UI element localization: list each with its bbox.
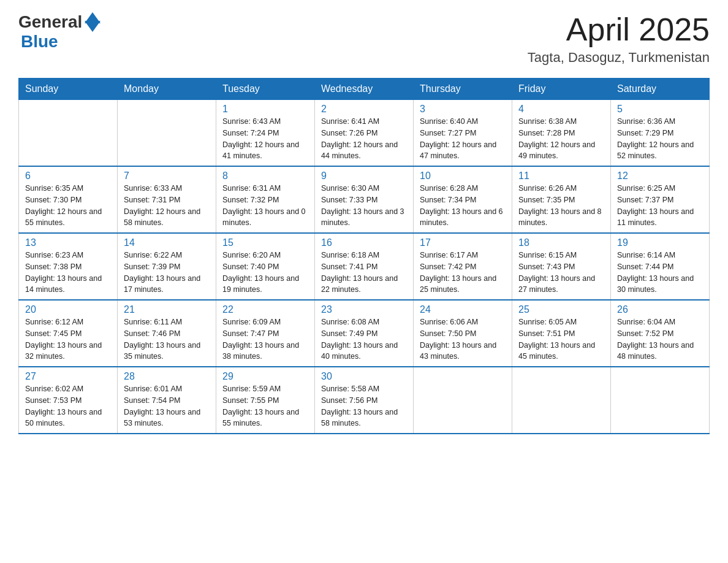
calendar-table: SundayMondayTuesdayWednesdayThursdayFrid… [18,78,710,434]
day-info: Sunrise: 6:28 AMSunset: 7:34 PMDaylight:… [420,183,506,229]
calendar-cell: 17Sunrise: 6:17 AMSunset: 7:42 PMDayligh… [414,233,512,300]
calendar-cell: 13Sunrise: 6:23 AMSunset: 7:38 PMDayligh… [19,233,118,300]
calendar-cell [414,367,512,434]
day-number: 27 [25,371,111,382]
calendar-cell: 8Sunrise: 6:31 AMSunset: 7:32 PMDaylight… [216,166,315,233]
day-number: 15 [222,237,308,248]
day-number: 12 [617,170,703,182]
calendar-cell: 9Sunrise: 6:30 AMSunset: 7:33 PMDaylight… [315,166,414,233]
day-info: Sunrise: 6:41 AMSunset: 7:26 PMDaylight:… [321,116,407,162]
day-info: Sunrise: 6:31 AMSunset: 7:32 PMDaylight:… [222,183,308,229]
calendar-cell: 21Sunrise: 6:11 AMSunset: 7:46 PMDayligh… [118,300,216,367]
day-number: 5 [617,104,703,115]
day-number: 20 [25,304,111,315]
page-header: General Blue April 2025 Tagta, Dasoguz, … [18,12,710,66]
logo-blue-text: Blue [21,32,58,51]
calendar-cell: 15Sunrise: 6:20 AMSunset: 7:40 PMDayligh… [216,233,315,300]
day-number: 14 [124,237,210,248]
calendar-cell: 14Sunrise: 6:22 AMSunset: 7:39 PMDayligh… [118,233,216,300]
calendar-cell [118,100,216,167]
day-info: Sunrise: 6:05 AMSunset: 7:51 PMDaylight:… [518,316,604,362]
day-number: 19 [617,237,703,248]
calendar-cell: 25Sunrise: 6:05 AMSunset: 7:51 PMDayligh… [512,300,611,367]
day-info: Sunrise: 6:35 AMSunset: 7:30 PMDaylight:… [25,183,111,229]
calendar-cell [19,100,118,167]
day-info: Sunrise: 6:36 AMSunset: 7:29 PMDaylight:… [617,116,703,162]
day-number: 10 [420,170,506,182]
calendar-cell: 22Sunrise: 6:09 AMSunset: 7:47 PMDayligh… [216,300,315,367]
calendar-cell: 26Sunrise: 6:04 AMSunset: 7:52 PMDayligh… [611,300,710,367]
calendar-cell: 7Sunrise: 6:33 AMSunset: 7:31 PMDaylight… [118,166,216,233]
day-number: 4 [518,104,604,115]
day-number: 9 [321,170,407,182]
day-info: Sunrise: 6:14 AMSunset: 7:44 PMDaylight:… [617,250,703,296]
day-number: 16 [321,237,407,248]
day-number: 26 [617,304,703,315]
calendar-cell: 28Sunrise: 6:01 AMSunset: 7:54 PMDayligh… [118,367,216,434]
calendar-cell: 2Sunrise: 6:41 AMSunset: 7:26 PMDaylight… [315,100,414,167]
day-info: Sunrise: 6:22 AMSunset: 7:39 PMDaylight:… [124,250,210,296]
day-number: 24 [420,304,506,315]
calendar-cell: 24Sunrise: 6:06 AMSunset: 7:50 PMDayligh… [414,300,512,367]
calendar-week-row: 13Sunrise: 6:23 AMSunset: 7:38 PMDayligh… [19,233,710,300]
calendar-week-row: 27Sunrise: 6:02 AMSunset: 7:53 PMDayligh… [19,367,710,434]
day-info: Sunrise: 6:25 AMSunset: 7:37 PMDaylight:… [617,183,703,229]
day-number: 11 [518,170,604,182]
day-number: 18 [518,237,604,248]
calendar-cell: 12Sunrise: 6:25 AMSunset: 7:37 PMDayligh… [611,166,710,233]
day-info: Sunrise: 5:59 AMSunset: 7:55 PMDaylight:… [222,383,308,429]
calendar-cell: 18Sunrise: 6:15 AMSunset: 7:43 PMDayligh… [512,233,611,300]
day-number: 28 [124,371,210,382]
day-number: 21 [124,304,210,315]
calendar-cell: 19Sunrise: 6:14 AMSunset: 7:44 PMDayligh… [611,233,710,300]
calendar-cell: 23Sunrise: 6:08 AMSunset: 7:49 PMDayligh… [315,300,414,367]
weekday-header-friday: Friday [512,79,611,100]
weekday-header-thursday: Thursday [414,79,512,100]
day-info: Sunrise: 6:01 AMSunset: 7:54 PMDaylight:… [124,383,210,429]
day-number: 17 [420,237,506,248]
day-number: 2 [321,104,407,115]
day-info: Sunrise: 6:33 AMSunset: 7:31 PMDaylight:… [124,183,210,229]
calendar-cell: 5Sunrise: 6:36 AMSunset: 7:29 PMDaylight… [611,100,710,167]
calendar-week-row: 6Sunrise: 6:35 AMSunset: 7:30 PMDaylight… [19,166,710,233]
weekday-header-monday: Monday [118,79,216,100]
calendar-cell: 29Sunrise: 5:59 AMSunset: 7:55 PMDayligh… [216,367,315,434]
day-number: 1 [222,104,308,115]
weekday-header-wednesday: Wednesday [315,79,414,100]
day-number: 25 [518,304,604,315]
day-info: Sunrise: 6:43 AMSunset: 7:24 PMDaylight:… [222,116,308,162]
day-info: Sunrise: 6:20 AMSunset: 7:40 PMDaylight:… [222,250,308,296]
day-number: 29 [222,371,308,382]
title-section: April 2025 Tagta, Dasoguz, Turkmenistan [528,12,710,66]
day-number: 30 [321,371,407,382]
day-info: Sunrise: 6:02 AMSunset: 7:53 PMDaylight:… [25,383,111,429]
calendar-header-row: SundayMondayTuesdayWednesdayThursdayFrid… [19,79,710,100]
calendar-cell: 1Sunrise: 6:43 AMSunset: 7:24 PMDaylight… [216,100,315,167]
calendar-cell: 3Sunrise: 6:40 AMSunset: 7:27 PMDaylight… [414,100,512,167]
day-info: Sunrise: 6:12 AMSunset: 7:45 PMDaylight:… [25,316,111,362]
day-info: Sunrise: 6:17 AMSunset: 7:42 PMDaylight:… [420,250,506,296]
calendar-cell [512,367,611,434]
day-info: Sunrise: 6:11 AMSunset: 7:46 PMDaylight:… [124,316,210,362]
calendar-week-row: 20Sunrise: 6:12 AMSunset: 7:45 PMDayligh… [19,300,710,367]
logo: General Blue [18,12,100,52]
calendar-cell: 10Sunrise: 6:28 AMSunset: 7:34 PMDayligh… [414,166,512,233]
day-info: Sunrise: 6:08 AMSunset: 7:49 PMDaylight:… [321,316,407,362]
day-info: Sunrise: 6:40 AMSunset: 7:27 PMDaylight:… [420,116,506,162]
location-subtitle: Tagta, Dasoguz, Turkmenistan [528,50,710,66]
day-number: 6 [25,170,111,182]
calendar-cell: 4Sunrise: 6:38 AMSunset: 7:28 PMDaylight… [512,100,611,167]
day-number: 7 [124,170,210,182]
day-number: 8 [222,170,308,182]
day-number: 23 [321,304,407,315]
day-info: Sunrise: 6:23 AMSunset: 7:38 PMDaylight:… [25,250,111,296]
day-info: Sunrise: 6:30 AMSunset: 7:33 PMDaylight:… [321,183,407,229]
day-number: 3 [420,104,506,115]
month-year-title: April 2025 [528,12,710,47]
day-info: Sunrise: 6:06 AMSunset: 7:50 PMDaylight:… [420,316,506,362]
calendar-cell: 30Sunrise: 5:58 AMSunset: 7:56 PMDayligh… [315,367,414,434]
weekday-header-tuesday: Tuesday [216,79,315,100]
day-number: 22 [222,304,308,315]
logo-general-text: General [18,12,82,32]
weekday-header-saturday: Saturday [611,79,710,100]
